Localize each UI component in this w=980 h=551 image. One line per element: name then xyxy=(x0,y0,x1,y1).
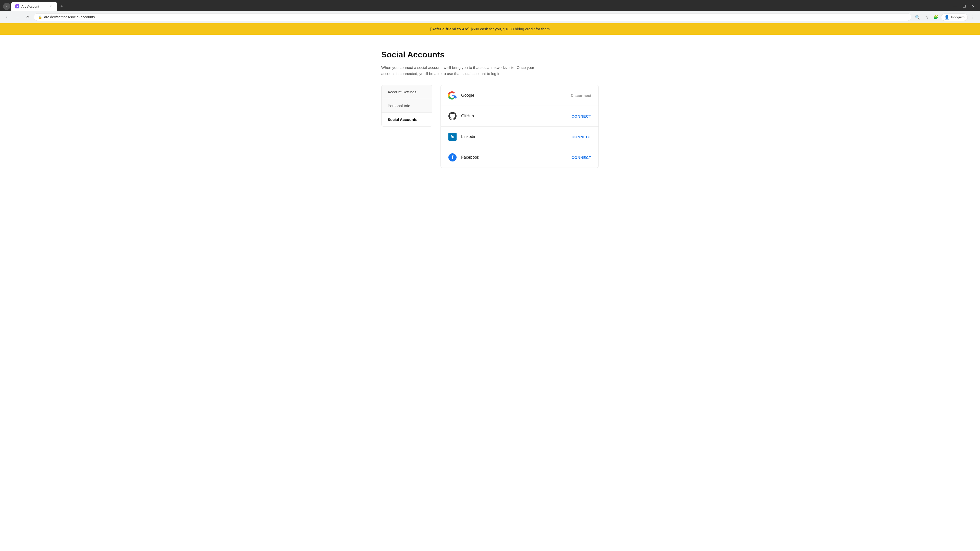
maximize-button[interactable]: ❐ xyxy=(961,3,968,10)
promo-banner: [Refer a friend to Arc] $500 cash for yo… xyxy=(0,23,980,35)
search-button[interactable]: 🔍 xyxy=(913,13,921,21)
sidebar-item-label: Personal Info xyxy=(388,103,410,108)
github-connect-button[interactable]: CONNECT xyxy=(571,114,591,118)
address-bar-row: ← → ↻ 🔒 arc.dev/settings/social-accounts… xyxy=(0,11,980,23)
close-button[interactable]: ✕ xyxy=(970,3,977,10)
page-description: When you connect a social account, we'll… xyxy=(381,65,539,77)
accounts-container: ✓ Google Disconnect GitHub CONNECT xyxy=(441,85,599,168)
page-title: Social Accounts xyxy=(381,50,599,59)
toolbar-actions: 🔍 ☆ 🧩 👤 Incognito ⋮ xyxy=(913,13,977,21)
incognito-label: Incognito xyxy=(951,15,964,19)
window-controls: — ❐ ✕ xyxy=(951,3,977,10)
browser-chrome: ✦ Arc Account ✕ + — ❐ ✕ ← → ↻ 🔒 arc.dev/… xyxy=(0,0,980,23)
forward-button[interactable]: → xyxy=(13,13,21,21)
page-layout: Account Settings Personal Info Social Ac… xyxy=(381,85,599,168)
tab-title: Arc Account xyxy=(21,5,46,8)
github-account-name: GitHub xyxy=(461,114,571,118)
sidebar-item-account-settings[interactable]: Account Settings xyxy=(382,85,432,99)
incognito-badge[interactable]: 👤 Incognito xyxy=(941,14,968,21)
facebook-connect-button[interactable]: CONNECT xyxy=(571,156,591,160)
tab-bar: ✦ Arc Account ✕ + xyxy=(3,2,65,11)
tab-favicon: ✦ xyxy=(15,4,19,8)
tab-close-button[interactable]: ✕ xyxy=(48,4,53,9)
account-row-google: ✓ Google Disconnect xyxy=(441,85,598,106)
page-inner: Social Accounts When you connect a socia… xyxy=(375,50,605,168)
url-text: arc.dev/settings/social-accounts xyxy=(44,15,95,19)
sidebar-item-label: Social Accounts xyxy=(388,118,417,122)
reload-button[interactable]: ↻ xyxy=(24,13,32,21)
security-icon: 🔒 xyxy=(38,15,42,19)
back-button[interactable]: ← xyxy=(3,13,11,21)
new-tab-button[interactable]: + xyxy=(58,3,65,10)
google-account-name: Google xyxy=(461,93,571,98)
menu-button[interactable]: ⋮ xyxy=(969,13,977,21)
bookmark-button[interactable]: ☆ xyxy=(923,13,931,21)
connected-badge: ✓ xyxy=(453,95,457,99)
active-tab[interactable]: ✦ Arc Account ✕ xyxy=(11,2,57,11)
page-content: Social Accounts When you connect a socia… xyxy=(0,35,980,551)
account-row-facebook: f Facebook CONNECT xyxy=(441,147,598,168)
sidebar-item-label: Account Settings xyxy=(388,90,417,94)
title-bar: ✦ Arc Account ✕ + — ❐ ✕ xyxy=(0,0,980,11)
extensions-button[interactable]: 🧩 xyxy=(932,13,940,21)
sidebar-item-social-accounts[interactable]: Social Accounts xyxy=(382,113,432,126)
account-row-linkedin: in Linkedin CONNECT xyxy=(441,127,598,147)
address-bar[interactable]: 🔒 arc.dev/settings/social-accounts xyxy=(34,13,912,21)
minimize-button[interactable]: — xyxy=(951,3,959,10)
facebook-account-name: Facebook xyxy=(461,155,571,160)
incognito-icon: 👤 xyxy=(944,15,950,20)
google-disconnect-button[interactable]: Disconnect xyxy=(571,94,591,98)
arc-favicon-icon: ✦ xyxy=(15,4,19,8)
refer-link[interactable]: [Refer a friend to Arc] xyxy=(430,27,469,31)
account-row-github: GitHub CONNECT xyxy=(441,106,598,127)
banner-text: $500 cash for you, $1000 hiring credit f… xyxy=(469,27,550,31)
github-icon xyxy=(448,111,457,121)
linkedin-icon: in xyxy=(448,132,457,141)
sidebar-item-personal-info[interactable]: Personal Info xyxy=(382,99,432,113)
google-icon: ✓ xyxy=(448,91,457,100)
tab-switcher-button[interactable] xyxy=(3,3,10,10)
linkedin-account-name: Linkedin xyxy=(461,135,571,139)
sidebar: Account Settings Personal Info Social Ac… xyxy=(381,85,432,127)
facebook-icon: f xyxy=(448,153,457,162)
linkedin-connect-button[interactable]: CONNECT xyxy=(571,135,591,139)
